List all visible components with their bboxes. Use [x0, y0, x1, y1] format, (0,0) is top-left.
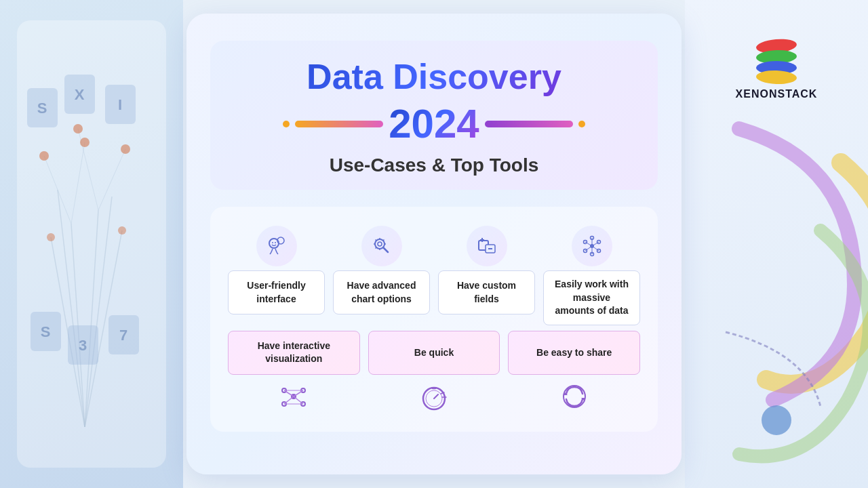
svg-line-2 — [58, 190, 85, 427]
use-case-box-custom-fields: Have custom fields — [438, 270, 535, 314]
use-case-user-friendly: User-friendly interface — [224, 220, 329, 331]
svg-line-66 — [294, 396, 303, 404]
use-case-be-quick: Be quick — [364, 331, 505, 418]
use-case-massive-data: Easily work with massive amounts of data — [539, 220, 644, 331]
svg-line-3 — [85, 197, 112, 427]
svg-line-8 — [98, 149, 125, 210]
use-case-interactive-viz: Have interactive visualization — [224, 331, 364, 418]
header-section: Data Discovery 2024 Use-Cases & Top Tool… — [210, 41, 658, 190]
massive-data-icon-circle — [572, 226, 612, 266]
use-case-box-user-friendly: User-friendly interface — [228, 270, 325, 314]
svg-rect-12 — [64, 75, 95, 114]
xenonstack-logo: XENONSTACK — [736, 34, 818, 100]
svg-text:X: X — [75, 86, 85, 103]
easy-share-icon — [558, 380, 591, 418]
subtitle: Use-Cases & Top Tools — [237, 155, 631, 176]
svg-text:3: 3 — [79, 337, 87, 354]
svg-line-4 — [51, 237, 85, 427]
svg-line-5 — [85, 230, 122, 427]
svg-line-53 — [592, 242, 599, 246]
advanced-chart-icon-circle — [361, 226, 402, 266]
divider-row: 2024 — [237, 102, 631, 146]
svg-line-0 — [71, 224, 85, 427]
top-row: User-friendly interface Have advanced ch… — [224, 220, 644, 331]
use-case-easy-share: Be easy to share — [504, 331, 644, 418]
decoration-sticks: S X I S 3 7 — [17, 20, 153, 427]
swirl-decorations — [685, 95, 868, 488]
use-case-custom-fields: Have custom fields — [434, 220, 539, 331]
use-case-box-advanced-chart: Have advanced chart options — [333, 270, 430, 314]
svg-point-24 — [121, 144, 130, 154]
title-line1: Data Discovery — [237, 58, 631, 96]
use-case-box-massive-data: Easily work with massive amounts of data — [543, 270, 640, 325]
use-case-box-be-quick: Be quick — [368, 331, 500, 375]
use-case-box-interactive-viz: Have interactive visualization — [228, 331, 360, 375]
svg-point-35 — [275, 242, 276, 243]
svg-text:I: I — [118, 96, 122, 113]
svg-point-32 — [762, 405, 791, 435]
logo-graphic — [749, 34, 804, 81]
svg-line-64 — [294, 390, 303, 396]
massive-data-icon — [580, 234, 604, 258]
gradient-bar-right — [485, 121, 573, 127]
user-friendly-icon — [264, 234, 289, 258]
gradient-bar-left — [295, 121, 383, 127]
svg-line-7 — [71, 142, 85, 224]
svg-text:7: 7 — [119, 327, 127, 344]
svg-point-25 — [73, 124, 83, 134]
svg-point-34 — [272, 242, 273, 243]
advanced-chart-icon — [370, 234, 394, 258]
bottom-row: Have interactive visualization — [224, 331, 644, 418]
svg-line-65 — [284, 396, 294, 404]
svg-point-22 — [39, 151, 49, 161]
svg-text:S: S — [41, 323, 51, 340]
svg-point-27 — [118, 226, 126, 235]
svg-line-52 — [585, 242, 592, 246]
svg-line-54 — [585, 246, 592, 251]
svg-point-73 — [564, 386, 585, 407]
use-cases-grid: User-friendly interface Have advanced ch… — [210, 207, 658, 432]
svg-point-38 — [378, 242, 382, 246]
svg-rect-14 — [105, 85, 136, 124]
svg-rect-16 — [31, 312, 61, 351]
svg-line-63 — [284, 390, 294, 396]
main-card: Data Discovery 2024 Use-Cases & Top Tool… — [186, 14, 682, 474]
svg-point-23 — [80, 138, 90, 147]
use-case-advanced-chart: Have advanced chart options — [329, 220, 434, 331]
right-decorative-panel: XENONSTACK — [685, 0, 868, 488]
custom-fields-icon-circle — [467, 226, 507, 266]
svg-rect-10 — [27, 88, 58, 127]
svg-point-26 — [47, 233, 55, 241]
svg-line-1 — [85, 210, 98, 427]
interactive-viz-icon — [277, 380, 310, 418]
be-quick-icon — [418, 380, 450, 418]
svg-text:S: S — [37, 100, 47, 117]
custom-fields-icon — [475, 234, 499, 258]
svg-line-6 — [44, 156, 71, 224]
svg-rect-20 — [108, 315, 139, 354]
left-decorative-panel: S X I S 3 7 — [0, 0, 183, 488]
title-line2: 2024 — [389, 102, 479, 146]
svg-rect-18 — [68, 325, 98, 365]
svg-line-55 — [592, 246, 599, 251]
dot-right — [578, 121, 585, 127]
user-friendly-icon-circle — [256, 226, 297, 266]
dot-left — [283, 121, 290, 127]
use-case-box-easy-share: Be easy to share — [508, 331, 640, 375]
svg-line-9 — [78, 129, 98, 210]
